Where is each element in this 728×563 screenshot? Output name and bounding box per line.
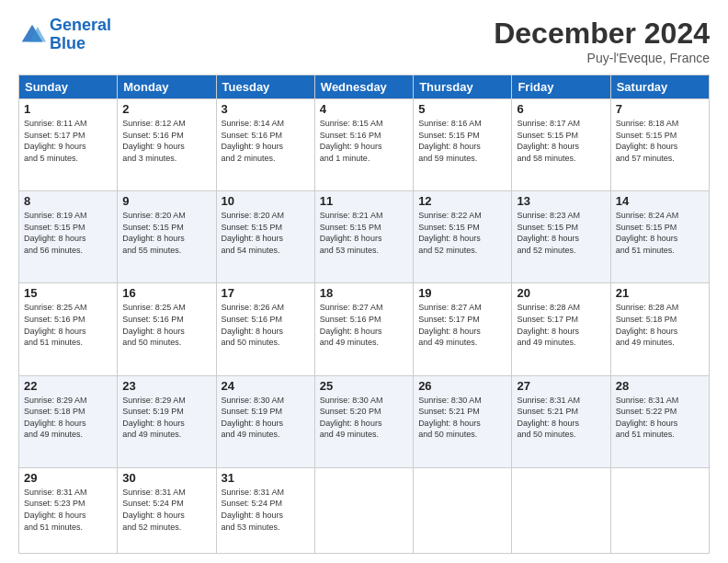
day-number: 18 — [320, 286, 408, 300]
day-info: Sunrise: 8:31 AM Sunset: 5:24 PM Dayligh… — [122, 487, 210, 533]
logo-general: General — [50, 16, 111, 34]
day-info: Sunrise: 8:14 AM Sunset: 5:16 PM Dayligh… — [222, 118, 310, 164]
calendar-cell: 27Sunrise: 8:31 AM Sunset: 5:21 PM Dayli… — [512, 375, 610, 467]
calendar-cell: 19Sunrise: 8:27 AM Sunset: 5:17 PM Dayli… — [414, 283, 512, 375]
day-number: 27 — [517, 379, 605, 393]
calendar-cell: 13Sunrise: 8:23 AM Sunset: 5:15 PM Dayli… — [512, 191, 610, 283]
day-info: Sunrise: 8:29 AM Sunset: 5:19 PM Dayligh… — [122, 395, 210, 441]
calendar-cell: 15Sunrise: 8:25 AM Sunset: 5:16 PM Dayli… — [19, 283, 118, 375]
day-number: 19 — [418, 286, 506, 300]
day-number: 14 — [616, 194, 704, 208]
calendar-week-2: 8Sunrise: 8:19 AM Sunset: 5:15 PM Daylig… — [19, 191, 710, 283]
calendar-cell: 1Sunrise: 8:11 AM Sunset: 5:17 PM Daylig… — [19, 99, 118, 191]
day-info: Sunrise: 8:20 AM Sunset: 5:15 PM Dayligh… — [122, 210, 210, 256]
calendar-cell: 18Sunrise: 8:27 AM Sunset: 5:16 PM Dayli… — [314, 283, 413, 375]
day-number: 16 — [122, 286, 210, 300]
calendar-cell: 11Sunrise: 8:21 AM Sunset: 5:15 PM Dayli… — [314, 191, 413, 283]
day-info: Sunrise: 8:27 AM Sunset: 5:17 PM Dayligh… — [418, 302, 506, 348]
day-info: Sunrise: 8:28 AM Sunset: 5:17 PM Dayligh… — [517, 302, 605, 348]
day-number: 21 — [616, 286, 704, 300]
logo-text: General Blue — [50, 17, 111, 53]
calendar-cell: 28Sunrise: 8:31 AM Sunset: 5:22 PM Dayli… — [610, 375, 709, 467]
calendar-cell: 10Sunrise: 8:20 AM Sunset: 5:15 PM Dayli… — [216, 191, 314, 283]
day-number: 3 — [222, 102, 310, 116]
day-info: Sunrise: 8:25 AM Sunset: 5:16 PM Dayligh… — [24, 302, 112, 348]
day-info: Sunrise: 8:25 AM Sunset: 5:16 PM Dayligh… — [122, 302, 210, 348]
day-info: Sunrise: 8:31 AM Sunset: 5:21 PM Dayligh… — [517, 395, 605, 441]
logo-blue: Blue — [50, 34, 85, 52]
day-number: 20 — [517, 286, 605, 300]
calendar-cell: 24Sunrise: 8:30 AM Sunset: 5:19 PM Dayli… — [216, 375, 314, 467]
header-friday: Friday — [512, 75, 610, 99]
day-number: 26 — [418, 379, 506, 393]
day-number: 1 — [24, 102, 112, 116]
header-saturday: Saturday — [610, 75, 709, 99]
day-info: Sunrise: 8:27 AM Sunset: 5:16 PM Dayligh… — [320, 302, 408, 348]
calendar-cell — [610, 467, 709, 553]
day-info: Sunrise: 8:28 AM Sunset: 5:18 PM Dayligh… — [616, 302, 704, 348]
day-number: 22 — [24, 379, 112, 393]
calendar-cell — [314, 467, 413, 553]
calendar-cell: 14Sunrise: 8:24 AM Sunset: 5:15 PM Dayli… — [610, 191, 709, 283]
header-monday: Monday — [118, 75, 216, 99]
day-number: 31 — [222, 471, 310, 485]
day-info: Sunrise: 8:18 AM Sunset: 5:15 PM Dayligh… — [616, 118, 704, 164]
logo: General Blue — [18, 17, 111, 53]
calendar-cell — [414, 467, 512, 553]
day-number: 7 — [616, 102, 704, 116]
day-info: Sunrise: 8:30 AM Sunset: 5:21 PM Dayligh… — [418, 395, 506, 441]
header-sunday: Sunday — [19, 75, 118, 99]
calendar-cell: 17Sunrise: 8:26 AM Sunset: 5:16 PM Dayli… — [216, 283, 314, 375]
day-info: Sunrise: 8:31 AM Sunset: 5:22 PM Dayligh… — [616, 395, 704, 441]
day-info: Sunrise: 8:23 AM Sunset: 5:15 PM Dayligh… — [517, 210, 605, 256]
day-info: Sunrise: 8:21 AM Sunset: 5:15 PM Dayligh… — [320, 210, 408, 256]
calendar-cell: 21Sunrise: 8:28 AM Sunset: 5:18 PM Dayli… — [610, 283, 709, 375]
day-number: 30 — [122, 471, 210, 485]
day-number: 8 — [24, 194, 112, 208]
title-block: December 2024 Puy-l'Eveque, France — [494, 17, 710, 65]
calendar-cell: 25Sunrise: 8:30 AM Sunset: 5:20 PM Dayli… — [314, 375, 413, 467]
calendar-cell: 9Sunrise: 8:20 AM Sunset: 5:15 PM Daylig… — [118, 191, 216, 283]
calendar-cell: 31Sunrise: 8:31 AM Sunset: 5:24 PM Dayli… — [216, 467, 314, 553]
calendar-week-4: 22Sunrise: 8:29 AM Sunset: 5:18 PM Dayli… — [19, 375, 710, 467]
page: General Blue December 2024 Puy-l'Eveque,… — [0, 0, 728, 563]
calendar-week-3: 15Sunrise: 8:25 AM Sunset: 5:16 PM Dayli… — [19, 283, 710, 375]
calendar-cell: 6Sunrise: 8:17 AM Sunset: 5:15 PM Daylig… — [512, 99, 610, 191]
day-number: 4 — [320, 102, 408, 116]
day-number: 9 — [122, 194, 210, 208]
day-number: 2 — [122, 102, 210, 116]
header-wednesday: Wednesday — [314, 75, 413, 99]
day-info: Sunrise: 8:15 AM Sunset: 5:16 PM Dayligh… — [320, 118, 408, 164]
day-number: 29 — [24, 471, 112, 485]
day-info: Sunrise: 8:30 AM Sunset: 5:19 PM Dayligh… — [222, 395, 310, 441]
day-info: Sunrise: 8:31 AM Sunset: 5:23 PM Dayligh… — [24, 487, 112, 533]
day-info: Sunrise: 8:30 AM Sunset: 5:20 PM Dayligh… — [320, 395, 408, 441]
day-number: 5 — [418, 102, 506, 116]
logo-icon — [18, 21, 46, 49]
calendar-cell: 22Sunrise: 8:29 AM Sunset: 5:18 PM Dayli… — [19, 375, 118, 467]
calendar-week-5: 29Sunrise: 8:31 AM Sunset: 5:23 PM Dayli… — [19, 467, 710, 553]
day-number: 25 — [320, 379, 408, 393]
day-info: Sunrise: 8:11 AM Sunset: 5:17 PM Dayligh… — [24, 118, 112, 164]
calendar-cell: 2Sunrise: 8:12 AM Sunset: 5:16 PM Daylig… — [118, 99, 216, 191]
calendar-week-1: 1Sunrise: 8:11 AM Sunset: 5:17 PM Daylig… — [19, 99, 710, 191]
calendar-cell: 8Sunrise: 8:19 AM Sunset: 5:15 PM Daylig… — [19, 191, 118, 283]
calendar-cell: 20Sunrise: 8:28 AM Sunset: 5:17 PM Dayli… — [512, 283, 610, 375]
calendar-cell — [512, 467, 610, 553]
day-info: Sunrise: 8:20 AM Sunset: 5:15 PM Dayligh… — [222, 210, 310, 256]
day-info: Sunrise: 8:31 AM Sunset: 5:24 PM Dayligh… — [222, 487, 310, 533]
day-info: Sunrise: 8:17 AM Sunset: 5:15 PM Dayligh… — [517, 118, 605, 164]
day-number: 23 — [122, 379, 210, 393]
header-thursday: Thursday — [414, 75, 512, 99]
location: Puy-l'Eveque, France — [494, 51, 710, 65]
calendar-cell: 3Sunrise: 8:14 AM Sunset: 5:16 PM Daylig… — [216, 99, 314, 191]
day-number: 13 — [517, 194, 605, 208]
day-info: Sunrise: 8:24 AM Sunset: 5:15 PM Dayligh… — [616, 210, 704, 256]
day-number: 15 — [24, 286, 112, 300]
day-info: Sunrise: 8:29 AM Sunset: 5:18 PM Dayligh… — [24, 395, 112, 441]
day-info: Sunrise: 8:26 AM Sunset: 5:16 PM Dayligh… — [222, 302, 310, 348]
calendar-cell: 5Sunrise: 8:16 AM Sunset: 5:15 PM Daylig… — [414, 99, 512, 191]
calendar-cell: 26Sunrise: 8:30 AM Sunset: 5:21 PM Dayli… — [414, 375, 512, 467]
day-number: 17 — [222, 286, 310, 300]
month-title: December 2024 — [494, 17, 710, 51]
